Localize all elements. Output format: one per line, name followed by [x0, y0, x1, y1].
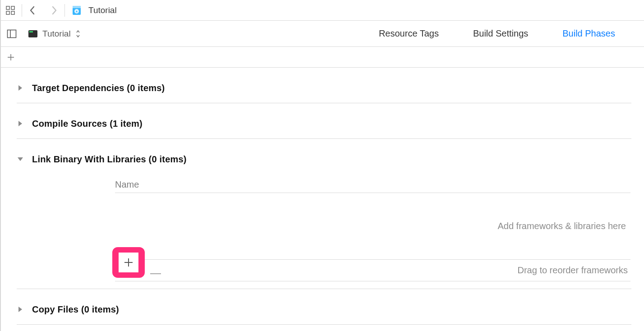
add-phase-row [1, 47, 644, 68]
svg-rect-10 [29, 31, 33, 32]
breadcrumb-title[interactable]: Tutorial [88, 5, 117, 15]
tab-build-phases[interactable]: Build Phases [562, 28, 615, 39]
add-phase-button[interactable] [6, 53, 15, 62]
phase-header[interactable]: Compile Sources (1 item) [17, 111, 631, 136]
link-binary-footer: Drag to reorder frameworks [115, 260, 630, 281]
phase-header[interactable]: Target Dependencies (0 items) [17, 76, 631, 100]
disclosure-triangle-down-icon[interactable] [17, 156, 24, 163]
phase-copy-files: Copy Files (0 items) [17, 297, 644, 325]
svg-rect-3 [11, 11, 14, 14]
link-binary-columns: Name [115, 179, 630, 193]
target-icon [28, 29, 38, 39]
build-phases-list: Target Dependencies (0 items) Compile So… [1, 68, 644, 325]
phase-title-label: Link Binary With Libraries (0 items) [32, 154, 187, 165]
disclosure-triangle-icon[interactable] [17, 306, 24, 313]
target-selector[interactable]: Tutorial [28, 29, 81, 39]
phase-separator [17, 138, 631, 139]
add-framework-highlight [112, 247, 145, 278]
navigation-bar: Tutorial [1, 0, 644, 21]
link-binary-reorder-hint: Drag to reorder frameworks [517, 265, 630, 276]
phase-compile-sources: Compile Sources (1 item) [17, 111, 644, 139]
phase-separator [17, 324, 631, 325]
phase-title-label: Copy Files (0 items) [32, 304, 119, 315]
related-items-icon[interactable] [5, 5, 15, 15]
nav-back-button[interactable] [28, 5, 37, 16]
phase-target-dependencies: Target Dependencies (0 items) [17, 76, 644, 103]
disclosure-triangle-icon[interactable] [17, 84, 24, 92]
svg-rect-2 [6, 11, 9, 14]
nav-forward-button[interactable] [50, 5, 58, 16]
link-binary-empty-hint: Add frameworks & libraries here [497, 221, 626, 231]
tab-resource-tags[interactable]: Resource Tags [379, 28, 439, 39]
project-icon[interactable] [71, 5, 82, 16]
editor-tabs: Resource Tags Build Settings Build Phase… [379, 28, 639, 39]
target-name-label: Tutorial [42, 29, 71, 39]
link-binary-body: Name Add frameworks & libraries here Dra… [17, 179, 631, 281]
phase-separator [17, 103, 631, 103]
link-binary-drop-area[interactable]: Add frameworks & libraries here [115, 193, 630, 260]
svg-rect-0 [6, 6, 9, 9]
phase-header[interactable]: Copy Files (0 items) [17, 297, 631, 322]
target-tab-bar: Tutorial Resource Tags Build Settings Bu… [1, 21, 644, 47]
svg-rect-5 [73, 6, 81, 8]
tab-build-settings[interactable]: Build Settings [473, 28, 528, 39]
remove-framework-button[interactable] [150, 273, 161, 274]
phase-link-binary: Link Binary With Libraries (0 items) Nam… [17, 147, 644, 289]
svg-rect-1 [11, 6, 14, 9]
svg-rect-7 [8, 30, 16, 37]
divider [64, 4, 65, 17]
phase-header[interactable]: Link Binary With Libraries (0 items) [17, 147, 631, 171]
add-framework-button[interactable] [119, 253, 138, 272]
outline-toggle-icon[interactable] [6, 28, 17, 39]
phase-title-label: Compile Sources (1 item) [32, 119, 143, 129]
divider [22, 4, 22, 17]
phase-title-label: Target Dependencies (0 items) [32, 83, 165, 93]
disclosure-triangle-icon[interactable] [17, 120, 24, 127]
chevron-updown-icon [75, 29, 81, 38]
column-name-label: Name [115, 179, 139, 193]
